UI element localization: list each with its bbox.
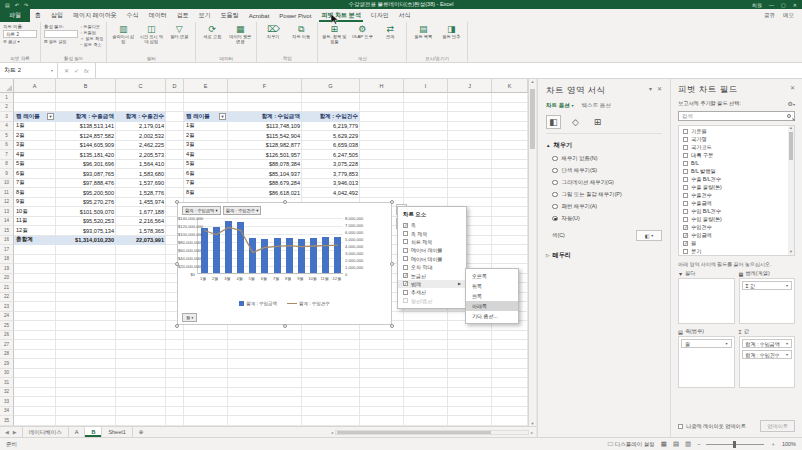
- row-header-31[interactable]: 31: [0, 378, 14, 388]
- row-header-2[interactable]: 2: [0, 103, 14, 113]
- field-item-월[interactable]: ✓월: [679, 240, 794, 248]
- field-checkbox[interactable]: ✓: [683, 241, 688, 246]
- menu-item-축[interactable]: ✓축: [398, 221, 466, 229]
- chart-selection-handle[interactable]: [175, 262, 179, 266]
- ribbon-button-필터 연결[interactable]: ▽필터 연결: [166, 24, 192, 40]
- cell[interactable]: 4월: [184, 150, 228, 160]
- chart-selection-handle[interactable]: [390, 262, 394, 266]
- menu-item-차트 제목[interactable]: 차트 제목: [398, 238, 466, 246]
- field-item-수출 B/L건수[interactable]: 수출 B/L건수: [679, 175, 794, 183]
- chart-selection-handle[interactable]: [390, 324, 394, 328]
- field-item-기준월[interactable]: 기준월: [679, 127, 794, 135]
- chart-selection-handle[interactable]: [390, 200, 394, 204]
- field-item-수입 B/L건수[interactable]: 수입 B/L건수: [679, 207, 794, 215]
- row-header-15[interactable]: 15: [0, 226, 14, 236]
- cell[interactable]: 5월: [184, 160, 228, 170]
- formula-input[interactable]: [96, 63, 802, 78]
- cell[interactable]: 8월: [14, 188, 56, 198]
- field-item-수입 물량(톤)[interactable]: 수입 물량(톤): [679, 216, 794, 224]
- area-box-values[interactable]: 합계 : 수입금액▾합계 : 수입건수▾: [739, 336, 796, 388]
- filter-dropdown-icon[interactable]: ▼: [219, 113, 226, 120]
- fieldlist-scrollbar[interactable]: ▲▼: [788, 126, 794, 255]
- hscroll-left-icon[interactable]: ◂: [331, 430, 333, 435]
- cell[interactable]: $124,857,582: [56, 131, 116, 141]
- row-header-32[interactable]: 32: [0, 388, 14, 398]
- account-name[interactable]: 회원: [752, 2, 762, 8]
- cell[interactable]: $85,104,937: [228, 169, 302, 179]
- row-header-7[interactable]: 7: [0, 150, 14, 160]
- column-header-D[interactable]: D: [166, 79, 184, 93]
- tab-Acrobat[interactable]: Acrobat: [244, 9, 275, 22]
- tab-삽입[interactable]: 삽입: [46, 9, 68, 22]
- zoom-level[interactable]: 100%: [782, 441, 796, 447]
- chart-selection-handle[interactable]: [175, 200, 179, 204]
- normal-view-icon[interactable]: ▦: [661, 440, 667, 448]
- field-item-수출건수[interactable]: 수출건수: [679, 191, 794, 199]
- menu-item-데이터 테이블[interactable]: 데이터 테이블: [398, 255, 466, 263]
- field-item-수입금액[interactable]: ✓수입금액: [679, 232, 794, 240]
- chart-name-input[interactable]: 차트 2: [3, 30, 37, 38]
- defer-layout-checkbox[interactable]: [678, 424, 683, 429]
- cell[interactable]: 2,179,014: [116, 122, 166, 132]
- cell[interactable]: $138,513,141: [56, 122, 116, 132]
- ribbon-button-필드 단추[interactable]: ◨필드 단추: [438, 24, 464, 40]
- row-header-13[interactable]: 13: [0, 207, 14, 217]
- cell[interactable]: 8월: [184, 188, 228, 198]
- cell[interactable]: 1,583,680: [116, 169, 166, 179]
- column-header-B[interactable]: B: [56, 79, 116, 93]
- tab-디자인[interactable]: 디자인: [366, 9, 394, 22]
- column-header-H[interactable]: H: [360, 79, 404, 93]
- undo-icon[interactable]: ↶: [15, 2, 19, 8]
- column-header-F[interactable]: F: [228, 79, 302, 93]
- cell[interactable]: $126,501,957: [228, 150, 302, 160]
- ribbon-button-차트 이동[interactable]: ⧉차트 이동: [288, 24, 314, 40]
- cell[interactable]: 2월: [14, 131, 56, 141]
- tab-피벗-차트-분석[interactable]: 피벗 차트 분석: [316, 9, 365, 22]
- row-header-28[interactable]: 28: [0, 350, 14, 360]
- chart-selection-handle[interactable]: [283, 200, 287, 204]
- field-item-대륙 구분[interactable]: 대륙 구분: [679, 151, 794, 159]
- menu-item-눈금선[interactable]: ✓눈금선: [398, 271, 466, 279]
- column-header-J[interactable]: J: [448, 79, 492, 93]
- field-item-국가코드[interactable]: 국가코드: [679, 143, 794, 151]
- column-header-cell[interactable]: 행 레이블▼: [14, 112, 56, 122]
- tab-보기[interactable]: 보기: [194, 9, 216, 22]
- row-header-25[interactable]: 25: [0, 321, 14, 331]
- vscroll-thumb[interactable]: [530, 89, 535, 149]
- enter-icon[interactable]: ✓: [74, 67, 79, 74]
- pane-close-icon[interactable]: ✕: [657, 85, 662, 92]
- zoom-slider[interactable]: [706, 444, 764, 445]
- row-header-19[interactable]: 19: [0, 264, 14, 274]
- menu-item-축 제목[interactable]: 축 제목: [398, 229, 466, 237]
- tab-데이터[interactable]: 데이터: [144, 9, 172, 22]
- field-checkbox[interactable]: ✓: [683, 225, 688, 230]
- cell[interactable]: 11월: [14, 217, 56, 227]
- add-sheet-button[interactable]: ⊕: [133, 427, 150, 437]
- save-icon[interactable]: ▤: [5, 2, 10, 8]
- ribbon-button-새로 고침[interactable]: ⟳새로 고침: [199, 24, 225, 40]
- cell[interactable]: 3,946,013: [302, 179, 360, 189]
- select-all-corner[interactable]: [0, 79, 14, 93]
- cell[interactable]: $97,888,476: [56, 179, 116, 189]
- cell[interactable]: 총합계: [14, 236, 56, 246]
- tab-도움말[interactable]: 도움말: [216, 9, 244, 22]
- update-button[interactable]: 업데이트: [760, 420, 795, 432]
- menu-item-데이터 레이블[interactable]: 데이터 레이블: [398, 246, 466, 254]
- field-item-수출금액[interactable]: 수출금액: [679, 199, 794, 207]
- active-field-input[interactable]: [44, 30, 78, 38]
- row-header-5[interactable]: 5: [0, 131, 14, 141]
- cell[interactable]: 6월: [14, 169, 56, 179]
- area-field-pill[interactable]: Σ 값▾: [742, 281, 793, 290]
- tab-text-options[interactable]: 텍스트 옵션: [582, 102, 612, 110]
- tab-검토[interactable]: 검토: [172, 9, 194, 22]
- cell[interactable]: 1,537,690: [116, 179, 166, 189]
- row-header-20[interactable]: 20: [0, 274, 14, 284]
- filter-dropdown-icon[interactable]: ▼: [47, 113, 54, 120]
- cell[interactable]: 2,002,532: [116, 131, 166, 141]
- chart-plot-area[interactable]: [197, 218, 343, 274]
- row-header-18[interactable]: 18: [0, 255, 14, 265]
- effects-pentagon-icon[interactable]: ◇: [568, 115, 583, 129]
- fill-option-자동(U)[interactable]: 자동(U): [552, 215, 662, 222]
- field-checkbox[interactable]: [683, 137, 688, 142]
- row-header-24[interactable]: 24: [0, 312, 14, 322]
